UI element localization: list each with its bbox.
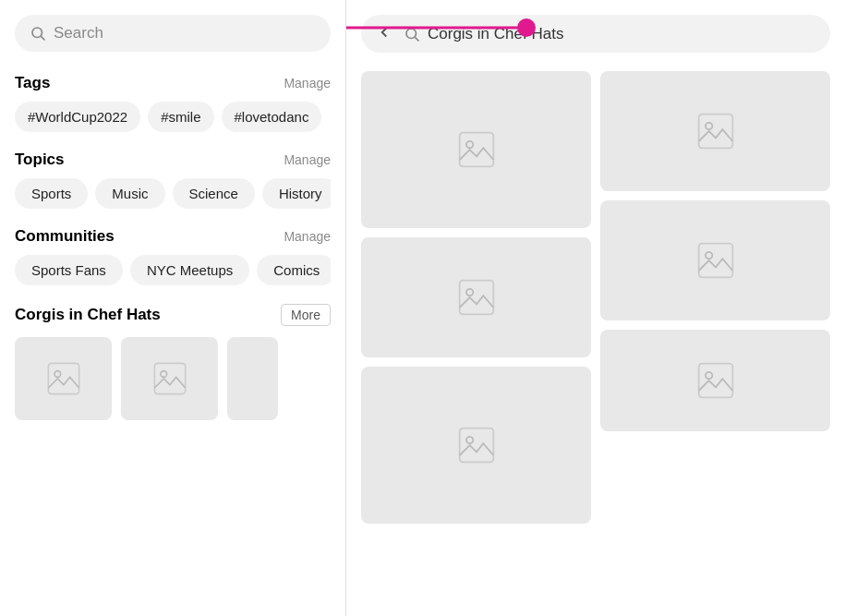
back-icon (376, 24, 392, 41)
corgis-header: Corgis in Chef Hats More (15, 304, 331, 326)
result-image-6[interactable] (600, 330, 830, 431)
communities-section: Communities Manage Sports Fans NYC Meetu… (15, 227, 331, 285)
tags-section: Tags Manage #WorldCup2022 #smile #loveto… (15, 74, 331, 132)
tags-title: Tags (15, 74, 50, 92)
result-img-icon-1 (456, 129, 497, 170)
corgis-section: Corgis in Chef Hats More (15, 304, 331, 420)
more-button[interactable]: More (281, 304, 331, 326)
svg-rect-2 (48, 363, 78, 393)
tag-smile[interactable]: #smile (148, 102, 213, 132)
tag-worldcup[interactable]: #WorldCup2022 (15, 102, 140, 132)
topics-section: Topics Manage Sports Music Science Histo… (15, 151, 331, 209)
svg-rect-4 (154, 363, 185, 393)
community-nyc-meetups[interactable]: NYC Meetups (130, 255, 249, 285)
search-bar-left[interactable]: Search (15, 15, 331, 52)
result-image-1[interactable] (361, 71, 591, 228)
grid-col-right (600, 71, 830, 613)
tag-lovetodanc[interactable]: #lovetodanc (222, 102, 322, 132)
topics-header: Topics Manage (15, 151, 331, 169)
topic-music[interactable]: Music (95, 178, 164, 209)
search-placeholder: Search (54, 24, 103, 42)
tags-header: Tags Manage (15, 74, 331, 92)
corgi-image-2 (121, 337, 218, 420)
image-icon-2 (151, 360, 188, 397)
community-comics[interactable]: Comics (257, 255, 331, 285)
svg-point-6 (406, 29, 416, 39)
topic-science[interactable]: Science (173, 178, 255, 209)
grid-col-left (361, 71, 591, 613)
communities-header: Communities Manage (15, 227, 331, 246)
corgi-image-3-partial (227, 337, 278, 420)
svg-rect-18 (698, 364, 732, 398)
results-grid (361, 71, 830, 613)
result-img-icon-3 (456, 277, 497, 318)
back-button[interactable] (376, 24, 392, 43)
svg-point-0 (32, 28, 42, 38)
result-image-2[interactable] (600, 71, 830, 191)
topic-sports[interactable]: Sports (15, 178, 88, 209)
svg-rect-10 (459, 281, 493, 315)
svg-rect-16 (698, 244, 732, 278)
corgis-images-row (15, 337, 331, 420)
communities-manage-link[interactable]: Manage (284, 229, 331, 244)
corgis-title: Corgis in Chef Hats (15, 306, 161, 324)
communities-title: Communities (15, 227, 115, 246)
corgi-image-1 (15, 337, 112, 420)
svg-rect-12 (459, 429, 493, 463)
right-search-icon (404, 26, 420, 42)
search-icon (30, 25, 46, 42)
community-sports-fans[interactable]: Sports Fans (15, 255, 123, 285)
result-image-5[interactable] (361, 367, 591, 524)
right-search-text: Corgis in Chef Hats (428, 25, 563, 43)
image-icon-1 (45, 360, 82, 397)
topics-row: Sports Music Science History (15, 178, 331, 209)
topic-history[interactable]: History (262, 178, 331, 209)
svg-line-7 (415, 37, 418, 41)
result-img-icon-6 (695, 360, 736, 401)
topics-title: Topics (15, 151, 65, 169)
svg-line-1 (41, 36, 44, 40)
search-bar-right[interactable]: Corgis in Chef Hats (361, 15, 830, 53)
topics-manage-link[interactable]: Manage (284, 152, 331, 167)
tags-manage-link[interactable]: Manage (284, 76, 331, 91)
communities-row: Sports Fans NYC Meetups Comics (15, 255, 331, 285)
result-image-3[interactable] (361, 237, 591, 357)
right-panel: Corgis in Chef Hats (346, 0, 845, 616)
svg-rect-14 (698, 115, 732, 149)
result-image-4[interactable] (600, 200, 830, 320)
result-img-icon-2 (695, 111, 736, 151)
result-img-icon-5 (456, 425, 497, 465)
svg-rect-8 (459, 133, 493, 167)
left-panel: Search Tags Manage #WorldCup2022 #smile … (0, 0, 346, 616)
result-img-icon-4 (695, 240, 736, 281)
tags-row: #WorldCup2022 #smile #lovetodanc (15, 102, 331, 132)
